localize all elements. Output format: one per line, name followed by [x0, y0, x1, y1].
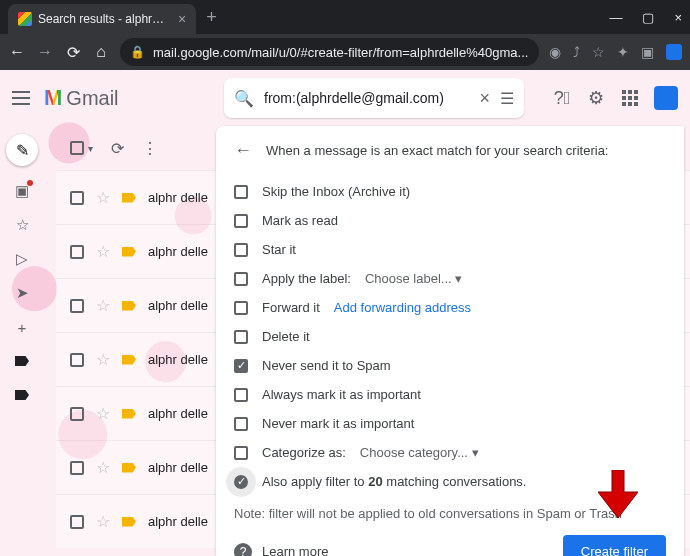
row-checkbox[interactable] — [70, 245, 84, 259]
filter-note: Note: filter will not be applied to old … — [234, 506, 666, 521]
minimize-icon[interactable]: — — [609, 10, 622, 25]
url-text: mail.google.com/mail/u/0/#create-filter/… — [153, 45, 529, 60]
star-it-checkbox[interactable] — [234, 243, 248, 257]
forward-it-label[interactable]: Forward it — [262, 300, 320, 315]
also-apply-label[interactable]: Also apply filter to 20 matching convers… — [262, 474, 526, 489]
shield-extension-icon[interactable]: ▣ — [641, 44, 654, 60]
maximize-icon[interactable]: ▢ — [642, 10, 654, 25]
search-input[interactable]: from:(alphrdelle@gmail.com) — [264, 90, 469, 106]
never-important-checkbox[interactable] — [234, 417, 248, 431]
categorize-label[interactable]: Categorize as: — [262, 445, 346, 460]
row-checkbox[interactable] — [70, 353, 84, 367]
delete-it-label[interactable]: Delete it — [262, 329, 310, 344]
row-checkbox[interactable] — [70, 461, 84, 475]
home-icon[interactable]: ⌂ — [92, 43, 110, 61]
importance-icon[interactable] — [122, 355, 136, 365]
apps-icon[interactable] — [620, 88, 640, 108]
mark-read-label[interactable]: Mark as read — [262, 213, 338, 228]
mark-read-checkbox[interactable] — [234, 214, 248, 228]
sender-name: alphr delle — [148, 244, 208, 259]
address-bar[interactable]: 🔒 mail.google.com/mail/u/0/#create-filte… — [120, 38, 539, 66]
star-icon[interactable]: ☆ — [96, 242, 110, 261]
sender-name: alphr delle — [148, 298, 208, 313]
star-it-label[interactable]: Star it — [262, 242, 296, 257]
sender-name: alphr delle — [148, 514, 208, 529]
always-important-checkbox[interactable] — [234, 388, 248, 402]
importance-icon[interactable] — [122, 247, 136, 257]
new-tab-button[interactable]: + — [206, 7, 217, 28]
panel-heading: When a message is an exact match for you… — [266, 143, 608, 158]
sent-icon[interactable]: ➤ — [13, 284, 31, 302]
skip-inbox-label[interactable]: Skip the Inbox (Archive it) — [262, 184, 410, 199]
filter-panel: ← When a message is an exact match for y… — [216, 126, 684, 556]
compose-button[interactable]: ✎ — [6, 134, 38, 166]
row-checkbox[interactable] — [70, 515, 84, 529]
snoozed-icon[interactable]: ▷ — [13, 250, 31, 268]
gmail-favicon — [18, 12, 32, 26]
apply-label-label[interactable]: Apply the label: — [262, 271, 351, 286]
learn-more-link[interactable]: Learn more — [262, 544, 328, 556]
refresh-icon[interactable]: ⟳ — [111, 139, 124, 158]
menu-icon[interactable] — [12, 91, 30, 105]
row-checkbox[interactable] — [70, 191, 84, 205]
never-spam-checkbox[interactable] — [234, 359, 248, 373]
reload-icon[interactable]: ⟳ — [64, 43, 82, 62]
account-avatar[interactable] — [654, 86, 678, 110]
importance-icon[interactable] — [122, 517, 136, 527]
alphr-extension-icon[interactable] — [666, 44, 682, 60]
share-extension-icon[interactable]: ⤴ — [573, 44, 580, 60]
sender-name: alphr delle — [148, 406, 208, 421]
forward-icon[interactable]: → — [36, 43, 54, 61]
star-icon[interactable]: ☆ — [96, 458, 110, 477]
tune-icon[interactable]: ☰ — [500, 89, 514, 108]
sender-name: alphr delle — [148, 352, 208, 367]
panel-back-icon[interactable]: ← — [234, 140, 252, 161]
star-icon[interactable]: ☆ — [96, 350, 110, 369]
close-tab-icon[interactable]: × — [178, 11, 186, 27]
puzzle-extension-icon[interactable]: ✦ — [617, 44, 629, 60]
importance-icon[interactable] — [122, 409, 136, 419]
more-icon[interactable]: + — [13, 318, 31, 336]
browser-tab[interactable]: Search results - alphr101@gmail × — [8, 4, 196, 34]
never-important-label[interactable]: Never mark it as important — [262, 416, 414, 431]
add-forwarding-link[interactable]: Add forwarding address — [334, 300, 471, 315]
gmail-logo[interactable]: M Gmail — [44, 85, 119, 111]
importance-icon[interactable] — [122, 193, 136, 203]
always-important-label[interactable]: Always mark it as important — [262, 387, 421, 402]
delete-it-checkbox[interactable] — [234, 330, 248, 344]
star-icon[interactable]: ☆ — [96, 188, 110, 207]
skip-inbox-checkbox[interactable] — [234, 185, 248, 199]
star-bookmark-icon[interactable]: ☆ — [592, 44, 605, 60]
close-window-icon[interactable]: × — [674, 10, 682, 25]
star-icon[interactable]: ☆ — [96, 512, 110, 531]
choose-label-dropdown[interactable]: Choose label... ▾ — [365, 271, 462, 286]
help-icon[interactable]: ? — [234, 543, 252, 557]
importance-icon[interactable] — [122, 463, 136, 473]
create-filter-button[interactable]: Create filter — [563, 535, 666, 556]
choose-category-dropdown[interactable]: Choose category... ▾ — [360, 445, 479, 460]
select-all-checkbox[interactable] — [70, 141, 84, 155]
select-all-dropdown[interactable]: ▾ — [88, 143, 93, 154]
apply-label-checkbox[interactable] — [234, 272, 248, 286]
also-apply-checkbox[interactable] — [234, 475, 248, 489]
categorize-checkbox[interactable] — [234, 446, 248, 460]
label-1-icon[interactable] — [13, 352, 31, 370]
search-icon[interactable]: 🔍 — [234, 89, 254, 108]
inbox-icon[interactable]: ▣ — [13, 182, 31, 200]
back-icon[interactable]: ← — [8, 43, 26, 61]
help-icon[interactable]: ?⃝ — [552, 88, 572, 108]
forward-it-checkbox[interactable] — [234, 301, 248, 315]
row-checkbox[interactable] — [70, 407, 84, 421]
settings-icon[interactable]: ⚙ — [586, 88, 606, 108]
more-options-icon[interactable]: ⋮ — [142, 139, 158, 158]
search-box[interactable]: 🔍 from:(alphrdelle@gmail.com) × ☰ — [224, 78, 524, 118]
label-2-icon[interactable] — [13, 386, 31, 404]
star-icon[interactable]: ☆ — [96, 404, 110, 423]
importance-icon[interactable] — [122, 301, 136, 311]
eye-extension-icon[interactable]: ◉ — [549, 44, 561, 60]
never-spam-label[interactable]: Never send it to Spam — [262, 358, 391, 373]
starred-icon[interactable]: ☆ — [13, 216, 31, 234]
clear-search-icon[interactable]: × — [479, 88, 490, 109]
star-icon[interactable]: ☆ — [96, 296, 110, 315]
row-checkbox[interactable] — [70, 299, 84, 313]
